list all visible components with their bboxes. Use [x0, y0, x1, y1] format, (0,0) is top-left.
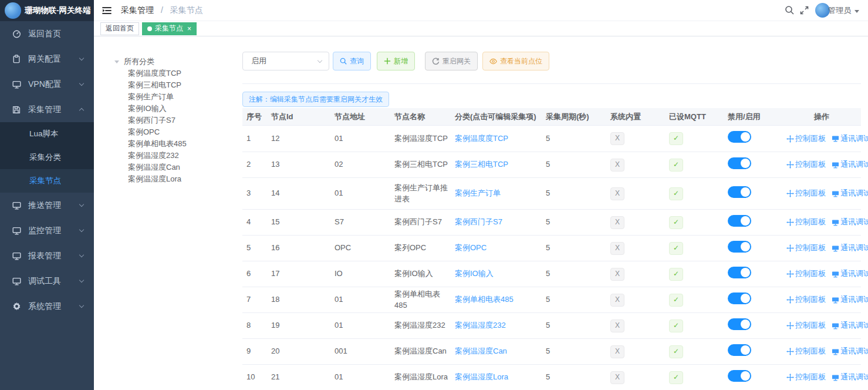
status-filter-select[interactable]: 启用	[242, 52, 329, 70]
control-panel-link[interactable]: 控制面板	[786, 243, 826, 254]
tree-node[interactable]: 案例单相电表485	[114, 138, 238, 150]
control-panel-link[interactable]: 控制面板	[786, 188, 826, 199]
table-header-cell: 操作	[782, 112, 861, 122]
comm-debug-link[interactable]: 通讯调试	[832, 320, 868, 331]
enable-toggle[interactable]	[728, 186, 751, 198]
cell-period: 5	[542, 133, 606, 144]
navbar-right: 管理员	[785, 3, 859, 18]
category-link[interactable]: 案例IO输入	[455, 269, 494, 278]
category-tree: 所有分类 案例温度度TCP案例三相电TCP案例生产订单案例IO输入案例西门子S7…	[114, 56, 238, 185]
sidebar-subitem-lua-script[interactable]: Lua脚本	[0, 122, 94, 146]
comm-debug-link[interactable]: 通讯调试	[832, 133, 868, 144]
sidebar-item-collect-management[interactable]: 采集管理	[0, 97, 94, 122]
chevron-down-icon	[79, 201, 84, 206]
user-dropdown[interactable]: 管理员	[815, 3, 859, 18]
control-panel-link[interactable]: 控制面板	[786, 133, 826, 144]
comm-debug-link[interactable]: 通讯调试	[832, 372, 868, 383]
enable-toggle[interactable]	[728, 215, 751, 227]
tag-close-icon[interactable]: ×	[187, 25, 191, 32]
monitor-icon	[832, 245, 839, 252]
chevron-down-icon	[79, 55, 84, 60]
sidebar-menu: 返回首页网关配置VPN配置采集管理Lua脚本采集分类采集节点推送管理监控管理报表…	[0, 21, 94, 319]
sidebar-subitem-collect-category[interactable]: 采集分类	[0, 146, 94, 169]
tree-node[interactable]: 案例温湿度Can	[114, 162, 238, 173]
enable-toggle[interactable]	[728, 157, 751, 169]
enable-toggle[interactable]	[728, 318, 751, 330]
sidebar-item-label: 返回首页	[28, 29, 61, 39]
sidebar-subitem-collect-node[interactable]: 采集节点	[0, 169, 94, 193]
category-link[interactable]: 案例温湿度Can	[455, 347, 507, 355]
enable-toggle[interactable]	[728, 292, 751, 304]
control-panel-link[interactable]: 控制面板	[786, 159, 826, 170]
sidebar-item-home[interactable]: 返回首页	[0, 21, 94, 46]
tree-children: 案例温度度TCP案例三相电TCP案例生产订单案例IO输入案例西门子S7案例OPC…	[114, 68, 238, 185]
comm-debug-link[interactable]: 通讯调试	[832, 346, 868, 357]
comm-debug-link[interactable]: 通讯调试	[832, 243, 868, 254]
tag-collect-node[interactable]: 采集节点×	[142, 22, 197, 35]
view-points-button[interactable]: 查看当前点位	[482, 52, 549, 70]
tree-root[interactable]: 所有分类	[114, 56, 238, 68]
tree-node[interactable]: 案例三相电TCP	[114, 79, 238, 91]
table-header-cell: 系统内置	[606, 112, 665, 122]
restart-gateway-button[interactable]: 重启网关	[425, 52, 478, 70]
enable-toggle[interactable]	[728, 370, 751, 382]
category-link[interactable]: 案例单相电表485	[455, 295, 514, 304]
control-panel-link[interactable]: 控制面板	[786, 372, 826, 383]
control-panel-link[interactable]: 控制面板	[786, 320, 826, 331]
sidebar-item-system-management[interactable]: 系统管理	[0, 294, 94, 319]
add-button[interactable]: 新增	[377, 52, 415, 70]
monitor-icon	[832, 219, 839, 226]
tag-home[interactable]: 返回首页	[100, 22, 139, 35]
comm-debug-link[interactable]: 通讯调试	[832, 268, 868, 280]
tree-node[interactable]: 案例OPC	[114, 126, 238, 138]
sidebar-item-label: 采集管理	[28, 105, 61, 115]
move-icon	[786, 244, 794, 252]
enable-toggle[interactable]	[728, 131, 751, 143]
category-link[interactable]: 案例温度度TCP	[455, 134, 508, 143]
tree-node[interactable]: 案例温度度TCP	[114, 68, 238, 79]
category-link[interactable]: 案例OPC	[455, 243, 487, 252]
search-icon[interactable]	[785, 5, 795, 15]
tree-node[interactable]: 案例西门子S7	[114, 115, 238, 126]
fullscreen-icon[interactable]	[800, 6, 809, 15]
comm-debug-link[interactable]: 通讯调试	[832, 188, 868, 199]
category-link[interactable]: 案例温湿度232	[455, 321, 506, 330]
sidebar-item-vpn-config[interactable]: VPN配置	[0, 72, 94, 97]
app-logo	[5, 2, 21, 19]
save-icon	[12, 105, 21, 115]
enable-toggle[interactable]	[728, 344, 751, 356]
enable-toggle[interactable]	[728, 241, 751, 253]
tree-node[interactable]: 案例生产订单	[114, 91, 238, 103]
builtin-badge: X	[610, 294, 624, 307]
sidebar-item-gateway-config[interactable]: 网关配置	[0, 46, 94, 72]
move-icon	[786, 296, 794, 304]
breadcrumb-parent[interactable]: 采集管理	[121, 5, 154, 15]
control-panel-link[interactable]: 控制面板	[786, 346, 826, 357]
sidebar-item-report-management[interactable]: 报表管理	[0, 243, 94, 268]
hamburger-icon[interactable]	[101, 5, 113, 16]
category-link[interactable]: 案例三相电TCP	[455, 160, 508, 169]
cell-index: 3	[242, 188, 267, 199]
tree-node[interactable]: 案例温湿度232	[114, 150, 238, 162]
sidebar-item-push-management[interactable]: 推送管理	[0, 193, 94, 218]
control-panel-link[interactable]: 控制面板	[786, 294, 826, 305]
search-button[interactable]: 查询	[333, 52, 371, 70]
tree-node[interactable]: 案例温湿度Lora	[114, 173, 238, 185]
control-panel-link[interactable]: 控制面板	[786, 268, 826, 280]
control-panel-link[interactable]: 控制面板	[786, 217, 826, 228]
comm-debug-link[interactable]: 通讯调试	[832, 294, 868, 305]
category-link[interactable]: 案例西门子S7	[455, 217, 502, 226]
cell-period: 5	[542, 243, 606, 254]
sidebar-item-monitor-management[interactable]: 监控管理	[0, 218, 94, 243]
cell-period: 5	[542, 372, 606, 383]
cell-node-name: 案例温湿度232	[390, 320, 451, 331]
sidebar-item-debug-tools[interactable]: 调试工具	[0, 268, 94, 294]
comm-debug-link[interactable]: 通讯调试	[832, 217, 868, 228]
comm-debug-link[interactable]: 通讯调试	[832, 159, 868, 170]
cell-index: 5	[242, 243, 267, 254]
category-link[interactable]: 案例生产订单	[455, 189, 501, 197]
category-link[interactable]: 案例温湿度Lora	[455, 372, 508, 381]
mqtt-badge: ✓	[669, 132, 683, 145]
enable-toggle[interactable]	[728, 267, 751, 278]
tree-node[interactable]: 案例IO输入	[114, 103, 238, 115]
